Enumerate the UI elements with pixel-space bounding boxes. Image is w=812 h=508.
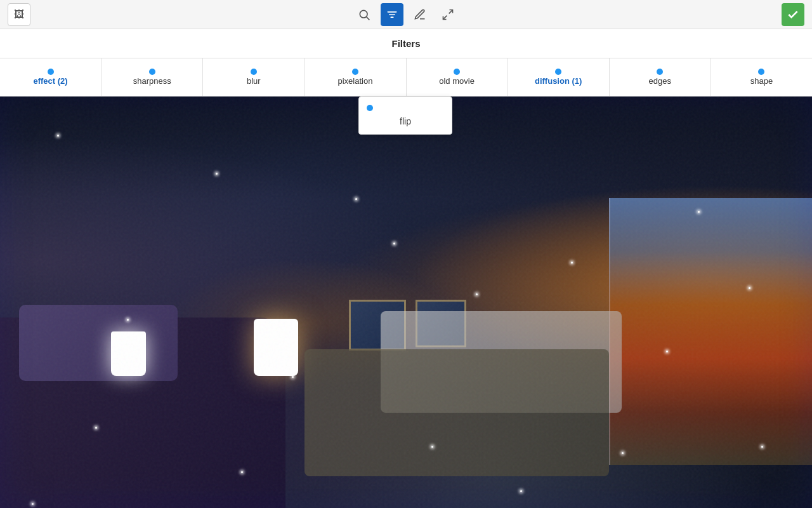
- tab-dot-shape: [758, 69, 764, 75]
- sparkle-8: [292, 376, 294, 378]
- page-title: Filters: [391, 38, 420, 49]
- gallery-button[interactable]: 🖼: [8, 3, 30, 26]
- sparkle-12: [622, 452, 624, 454]
- tab-dot-diffusion: [555, 69, 561, 75]
- sparkle-13: [241, 471, 243, 473]
- svg-line-1: [367, 17, 370, 20]
- tab-label-pixelation: pixelation: [337, 76, 372, 86]
- tab-label-diffusion: diffusion (1): [535, 76, 582, 86]
- rug: [304, 349, 609, 476]
- page-title-bar: Filters: [0, 29, 812, 58]
- sparkle-5: [698, 211, 700, 213]
- sparkle-2: [216, 173, 218, 175]
- flip-item[interactable]: flip: [359, 112, 452, 130]
- filter-tab-pixelation[interactable]: pixelation: [304, 58, 406, 96]
- sparkle-14: [520, 490, 522, 492]
- filter-tab-blur[interactable]: blur: [203, 58, 304, 96]
- tab-label-edges: edges: [649, 76, 671, 86]
- lamp-tripod: [254, 319, 298, 376]
- pen-button[interactable]: [409, 3, 431, 26]
- search-button[interactable]: [353, 3, 376, 26]
- tab-dot-old_movie: [454, 69, 460, 75]
- svg-rect-3: [389, 14, 395, 15]
- sparkle-1: [57, 135, 59, 137]
- filter-button[interactable]: [381, 3, 403, 26]
- tab-label-blur: blur: [247, 76, 261, 86]
- sparkle-18: [761, 446, 763, 448]
- tab-label-shape: shape: [750, 76, 773, 86]
- sparkle-7: [476, 293, 478, 295]
- gallery-icon: 🖼: [14, 9, 24, 20]
- tab-label-effect: effect (2): [33, 76, 67, 86]
- image-area: [0, 97, 812, 508]
- sparkle-4: [571, 262, 573, 264]
- expand-icon: [442, 8, 454, 21]
- confirm-button[interactable]: [782, 3, 804, 26]
- filter-tab-shape[interactable]: shape: [711, 58, 812, 96]
- filter-tab-sharpness[interactable]: sharpness: [102, 58, 203, 96]
- sparkle-9: [666, 351, 668, 352]
- lamp-left: [111, 331, 146, 376]
- sparkle-17: [355, 198, 357, 200]
- svg-line-5: [449, 10, 453, 13]
- search-icon: [358, 8, 370, 21]
- sparkle-6: [127, 319, 129, 321]
- svg-point-0: [360, 10, 367, 18]
- sparkle-16: [749, 287, 750, 289]
- filter-tab-old_movie[interactable]: old movie: [407, 58, 508, 96]
- sparkle-10: [95, 427, 97, 429]
- bedroom-background: [0, 97, 812, 508]
- window: [609, 198, 812, 465]
- svg-rect-2: [388, 11, 397, 13]
- toolbar: 🖼: [0, 0, 812, 29]
- tab-label-sharpness: sharpness: [133, 76, 171, 86]
- svg-line-6: [443, 15, 447, 19]
- flip-dropdown: flip: [358, 97, 452, 135]
- checkmark-icon: [787, 8, 799, 21]
- tab-dot-effect: [48, 69, 54, 75]
- filter-tab-effect[interactable]: effect (2): [0, 58, 102, 96]
- pillows: [19, 305, 178, 381]
- sparkle-3: [393, 243, 395, 244]
- filter-tabs: effect (2)sharpnessblurpixelationold mov…: [0, 58, 812, 97]
- filter-icon: [386, 8, 398, 21]
- expand-button[interactable]: [436, 3, 459, 26]
- tab-dot-blur: [251, 69, 257, 75]
- tab-label-old_movie: old movie: [439, 76, 475, 86]
- pen-icon: [414, 8, 426, 21]
- filter-tab-diffusion[interactable]: diffusion (1): [508, 58, 610, 96]
- filter-tab-edges[interactable]: edges: [610, 58, 711, 96]
- flip-dot: [367, 105, 373, 111]
- sparkle-15: [32, 503, 34, 505]
- tab-dot-edges: [657, 69, 663, 75]
- svg-rect-4: [391, 17, 394, 18]
- tab-dot-pixelation: [352, 69, 358, 75]
- sparkle-11: [431, 446, 433, 448]
- tab-dot-sharpness: [149, 69, 155, 75]
